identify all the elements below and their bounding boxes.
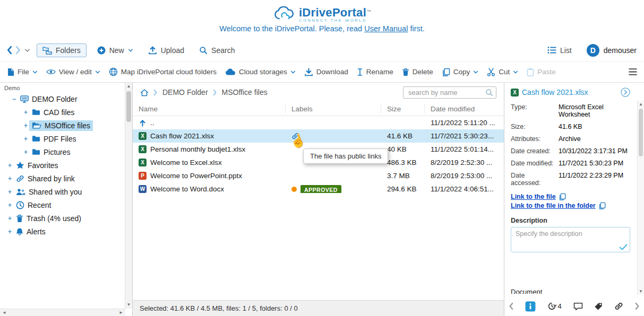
property-value: Archive [559,135,630,143]
folders-button[interactable]: Folders [37,43,87,57]
scrollbar-thumb[interactable] [126,91,131,122]
link-to-file[interactable]: Link to the file [511,193,556,200]
expand-icon[interactable]: + [6,215,13,222]
map-cloud-folders-button[interactable]: Map iDrivePortal cloud folders [108,65,218,78]
link-icon [16,174,24,183]
sidebar-item-favorites[interactable]: + Favorites [3,159,125,172]
breadcrumb-msoffice-files[interactable]: MSOffice files [222,88,268,96]
paste-button[interactable]: Paste [526,66,557,78]
panel-next-icon[interactable] [635,302,640,310]
expand-icon[interactable]: + [6,201,13,209]
scroll-down-arrow[interactable]: ▼ [125,301,132,309]
search-label: Search [211,46,235,55]
list-label: List [560,46,572,55]
list-view-button[interactable]: List [543,43,576,57]
search-button[interactable]: Search [195,43,239,57]
folder-tree-sidebar: Demo − DEMO Folder + CAD files + MSOffic… [0,83,133,316]
expand-icon[interactable]: + [6,162,13,169]
approved-badge[interactable]: APPROVED [300,185,341,193]
collapse-icon[interactable]: − [11,95,18,103]
delete-button[interactable]: Delete [401,66,434,78]
expand-icon[interactable]: + [22,109,29,116]
table-row-cash-flow[interactable]: XCash flow 2021.xlsx 41.6 KB 11/7/2021 5… [133,129,504,143]
magnifier-icon[interactable] [485,89,493,96]
expand-icon[interactable]: + [22,122,29,129]
breadcrumb-demo-folder[interactable]: DEMO Folder [162,88,208,96]
sidebar-item-demo-folder[interactable]: − DEMO Folder [3,92,125,106]
column-header-date-modified[interactable]: Date modified [425,104,504,113]
collapse-panel-icon[interactable] [621,87,630,97]
info-tab-icon[interactable] [525,301,536,312]
new-button[interactable]: New [93,43,138,57]
history-dropdown-icon[interactable] [24,48,30,52]
user-menu[interactable]: D demouser [582,41,638,59]
file-menu-button[interactable]: File [6,66,39,78]
chevron-down-icon [32,70,38,74]
sidebar-item-shared-by-link[interactable]: + Shared by link [3,172,125,185]
trademark: ™ [366,9,371,14]
expand-icon[interactable]: + [6,188,13,196]
cloud-storages-button[interactable]: Cloud storages [224,66,297,78]
column-header-name[interactable]: Name [133,104,286,113]
table-row-welcome-word[interactable]: WWelcome to Word.docx APPROVED 294.6 KB … [133,182,504,196]
rename-button[interactable]: Rename [356,66,394,78]
app-header: iDrivePortal™ CONNECT THE WORLD Welcome … [0,0,644,39]
sidebar-item-shared-with-you[interactable]: + Shared with you [3,185,125,198]
upload-button[interactable]: Upload [144,43,188,57]
scrollbar-thumb[interactable] [639,109,643,156]
chevron-down-icon [128,48,133,52]
column-header-labels[interactable]: Labels [286,104,381,113]
description-input[interactable] [511,227,630,252]
scroll-up-arrow[interactable]: ▲ [638,101,644,108]
cloud-icon [225,68,236,76]
table-row-parent-dir[interactable]: .. 11/1/2022 5:11:20 ... [133,116,504,129]
back-button[interactable] [6,46,12,55]
copy-link-icon[interactable] [559,193,566,200]
menu-burger-icon[interactable] [628,68,638,76]
sidebar-vertical-scrollbar[interactable]: ▲ ▼ [125,83,132,309]
scroll-up-arrow[interactable]: ▲ [125,83,132,90]
scroll-down-arrow[interactable]: ▼ [638,288,644,295]
expand-icon[interactable]: + [6,228,13,235]
link-to-file-in-folder[interactable]: Link to the file in the folder [511,202,596,209]
save-description-check-icon[interactable] [619,244,628,250]
download-icon [304,67,313,76]
forward-button[interactable] [15,46,21,55]
details-vertical-scrollbar[interactable]: ▲ ▼ [637,101,644,295]
user-manual-link[interactable]: User Manual [364,24,408,33]
expand-icon[interactable]: + [6,175,13,182]
copy-link-icon[interactable] [598,202,606,209]
chevron-down-icon [513,70,518,74]
view-edit-button[interactable]: View / edit [45,66,101,78]
download-button[interactable]: Download [303,65,349,78]
comments-tab-icon[interactable] [573,302,583,311]
home-icon[interactable] [140,89,149,96]
search-by-name-input[interactable] [403,86,496,99]
cut-button[interactable]: Cut [486,66,519,78]
sidebar-item-msoffice-files[interactable]: + MSOffice files [3,119,125,132]
sidebar-item-cad-files[interactable]: + CAD files [3,106,125,119]
sidebar-item-alerts[interactable]: + Alerts [3,225,125,238]
upload-label: Upload [161,46,184,55]
excel-file-icon: X [139,159,147,166]
column-header-size[interactable]: Size [381,104,425,113]
history-tab[interactable]: 4 [547,302,562,311]
scroll-right-arrow[interactable]: ► [119,310,123,315]
orange-dot-label[interactable] [291,187,297,192]
sidebar-item-recent[interactable]: + Recent [3,198,125,212]
scroll-left-arrow[interactable]: ◄ [2,310,6,315]
property-value: 11/1/2022 2:23:29 PM [559,172,630,187]
sidebar-item-trash[interactable]: + Trash (4% used) [3,212,125,225]
file-list-panel: DEMO Folder MSOffice files Name Labels S… [133,83,504,316]
links-tab-icon[interactable] [614,302,623,311]
copy-button[interactable]: Copy [441,66,480,78]
expand-icon[interactable]: + [22,148,29,156]
sidebar-horizontal-scrollbar[interactable]: ◄ ► [0,309,125,316]
powerpoint-file-icon: P [139,172,147,180]
labels-tab-icon[interactable] [594,302,603,311]
sidebar-item-pdf-files[interactable]: + PDF Files [3,132,125,145]
table-row-welcome-powerpoint[interactable]: PWelcome to PowerPoint.pptx 3.7 MB 8/2/2… [133,169,504,182]
sidebar-item-pictures[interactable]: + Pictures [3,145,125,159]
panel-prev-icon[interactable] [509,302,513,310]
expand-icon[interactable]: + [22,135,29,143]
